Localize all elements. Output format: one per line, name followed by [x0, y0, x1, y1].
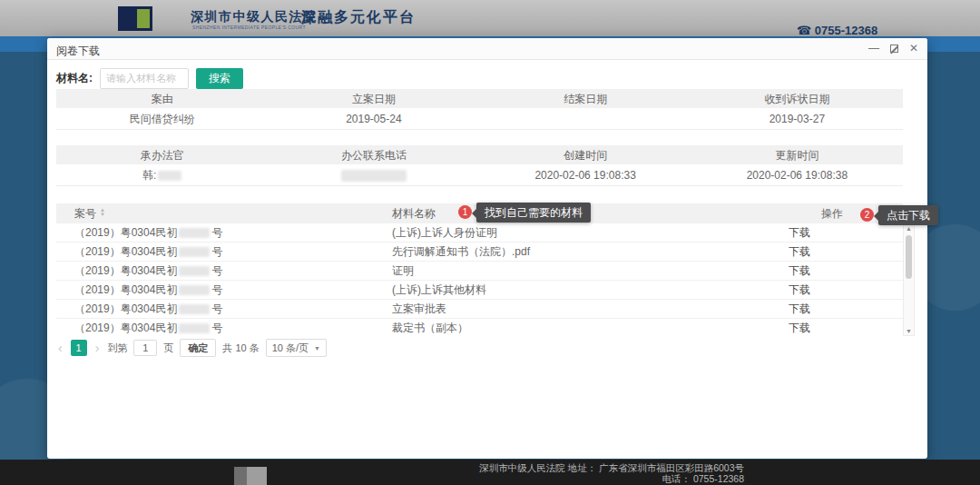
page-size-value: 10 条/页 — [272, 341, 309, 355]
search-button[interactable]: 搜索 — [196, 68, 243, 89]
case-no-cell: （2019）粤0304民初号 — [56, 262, 381, 280]
dialog-title: 阅卷下载 — [56, 44, 100, 59]
complaint-date-value: 2019-03-27 — [691, 109, 903, 129]
confirm-page-button[interactable]: 确定 — [180, 339, 216, 357]
download-link[interactable]: 下载 — [789, 322, 810, 334]
hotline-phone: ☎ 0755-12368 — [797, 24, 877, 37]
judge-info-table: 承办法官 办公联系电话 创建时间 更新时间 韩: 2020-02-06 19:0… — [56, 145, 903, 186]
sort-icon[interactable]: ▲▼ — [100, 208, 105, 217]
prev-page-icon[interactable]: ‹ — [56, 341, 64, 355]
redacted-case-digits — [179, 266, 210, 276]
download-link[interactable]: 下载 — [789, 264, 810, 277]
material-name-cell: (上诉)上诉其他材料 — [381, 281, 696, 299]
redacted-phone — [341, 170, 407, 182]
table-row: （2019）粤0304民初号 (上诉)上诉其他材料 下载 — [56, 281, 903, 300]
material-name-cell: 先行调解通知书（法院）.pdf — [381, 242, 696, 261]
col-case-no[interactable]: 案号▲▼ — [56, 203, 381, 223]
table-row: （2019）粤0304民初号 证明 下载 — [56, 262, 903, 281]
closing-date-value — [480, 109, 691, 129]
download-link[interactable]: 下载 — [789, 226, 810, 239]
office-phone-value — [268, 165, 479, 185]
table-row: （2019）粤0304民初号 先行调解通知书（法院）.pdf 下载 — [56, 242, 903, 262]
table-row: （2019）粤0304民初号 (上诉)上诉人身份证明 下载 — [56, 223, 903, 242]
footer-address: 深圳市中级人民法院 地址： 广东省深圳市福田区彩田路6003号 — [479, 462, 744, 473]
col-office-phone: 办公联系电话 — [268, 145, 479, 164]
case-info-header: 案由 立案日期 结案日期 收到诉状日期 — [56, 89, 903, 109]
scrollbar-thumb[interactable] — [906, 235, 912, 279]
court-logo — [118, 6, 152, 31]
col-judge: 承办法官 — [56, 145, 268, 164]
court-name: 深圳市中级人民法院 — [191, 9, 318, 25]
step-2-badge: 2 — [860, 208, 874, 222]
footer-logo — [234, 467, 267, 485]
col-updated: 更新时间 — [691, 145, 903, 164]
judge-info-row: 韩: 2020-02-06 19:08:33 2020-02-06 19:08:… — [56, 165, 903, 186]
footer-phone: 电话： 0755-12368 — [479, 473, 744, 484]
cause-value: 民间借贷纠纷 — [56, 109, 268, 129]
col-cause: 案由 — [56, 89, 268, 108]
page-unit-label: 页 — [163, 341, 173, 355]
total-count: 共 10 条 — [222, 341, 259, 355]
judge-value: 韩: — [56, 165, 268, 185]
case-no-cell: （2019）粤0304民初号 — [56, 281, 381, 299]
page-size-select[interactable]: 10 条/页 ▼ — [266, 339, 327, 357]
case-no-cell: （2019）粤0304民初号 — [56, 223, 381, 242]
page-footer: 深圳市中级人民法院 地址： 广东省深圳市福田区彩田路6003号 电话： 0755… — [0, 460, 980, 485]
phone-number: 0755-12368 — [815, 24, 877, 37]
dialog-header: 阅卷下载 — ✕ — [47, 38, 927, 60]
scroll-up-icon[interactable]: ▲ — [904, 225, 914, 232]
court-name-en: SHENZHEN INTERMEDIATE PEOPLE'S COURT — [192, 25, 306, 30]
material-name-cell: 立案审批表 — [381, 300, 696, 318]
col-created: 创建时间 — [480, 145, 691, 164]
pagination-bar: ‹ 1 › 到第 页 确定 共 10 条 10 条/页 ▼ — [56, 339, 327, 357]
next-page-icon[interactable]: › — [93, 341, 102, 355]
updated-value: 2020-02-06 19:08:38 — [691, 165, 903, 185]
col-complaint-date: 收到诉状日期 — [691, 89, 903, 108]
redacted-case-digits — [179, 304, 210, 314]
case-info-table: 案由 立案日期 结案日期 收到诉状日期 民间借贷纠纷 2019-05-24 20… — [56, 89, 903, 130]
redacted-case-digits — [179, 228, 210, 238]
step-2-tooltip: 点击下载 — [878, 205, 938, 225]
case-info-row: 民间借贷纠纷 2019-05-24 2019-03-27 — [56, 109, 903, 130]
scroll-down-icon[interactable]: ▼ — [904, 328, 914, 334]
download-link[interactable]: 下载 — [789, 245, 810, 258]
minimize-icon[interactable]: — — [868, 42, 879, 54]
goto-page-input[interactable] — [133, 340, 157, 356]
table-row: （2019）粤0304民初号 立案审批表 下载 — [56, 300, 903, 319]
phone-icon: ☎ — [797, 24, 811, 37]
maximize-icon[interactable] — [890, 45, 898, 53]
case-no-cell: （2019）粤0304民初号 — [56, 300, 381, 318]
material-name-cell: 证明 — [381, 262, 696, 280]
close-icon[interactable]: ✕ — [909, 42, 918, 54]
step-1-badge: 1 — [458, 205, 472, 219]
download-link[interactable]: 下载 — [789, 283, 810, 296]
step-1-tooltip: 找到自己需要的材料 — [476, 203, 591, 223]
material-name-cell: 裁定书（副本） — [381, 319, 696, 336]
filing-date-value: 2019-05-24 — [268, 109, 479, 129]
judge-info-header: 承办法官 办公联系电话 创建时间 更新时间 — [56, 145, 903, 165]
redacted-case-digits — [179, 247, 210, 257]
col-closing-date: 结案日期 — [480, 89, 691, 108]
case-file-download-dialog: 阅卷下载 — ✕ 材料名: 搜索 案由 立案日期 结案日期 收到诉状日期 民间借… — [47, 38, 927, 459]
platform-title: 深融多元化平台 — [301, 8, 416, 27]
materials-list: （2019）粤0304民初号 (上诉)上诉人身份证明 下载 （2019）粤030… — [56, 223, 903, 336]
case-no-cell: （2019）粤0304民初号 — [56, 319, 381, 336]
redacted-judge-name — [158, 171, 181, 181]
material-name-cell: (上诉)上诉人身份证明 — [381, 223, 696, 242]
chevron-down-icon: ▼ — [314, 345, 320, 351]
created-value: 2020-02-06 19:08:33 — [480, 165, 691, 185]
col-filing-date: 立案日期 — [268, 89, 479, 108]
table-row: （2019）粤0304民初号 裁定书（副本） 下载 — [56, 319, 903, 336]
material-name-input[interactable] — [100, 68, 189, 89]
case-no-cell: （2019）粤0304民初号 — [56, 242, 381, 261]
vertical-scrollbar[interactable]: ▲ ▼ — [903, 223, 915, 336]
material-name-label: 材料名: — [56, 71, 93, 86]
redacted-case-digits — [179, 323, 210, 333]
goto-label: 到第 — [107, 341, 127, 355]
download-link[interactable]: 下载 — [789, 302, 810, 315]
page-1-button[interactable]: 1 — [71, 340, 87, 356]
material-search-row: 材料名: 搜索 — [56, 67, 243, 89]
redacted-case-digits — [179, 285, 210, 295]
